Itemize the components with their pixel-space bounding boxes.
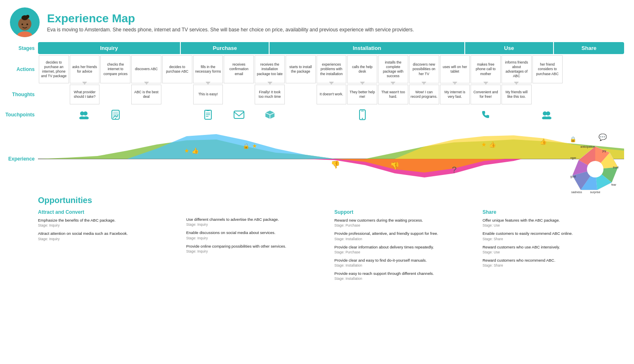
- action-7: receives the installation package too la…: [255, 55, 285, 83]
- tht-0-empty: [39, 85, 69, 104]
- opportunities-content: Opportunities Attract and Convert Emphas…: [38, 196, 624, 284]
- opp-grid: Attract and Convert Emphasize the benefi…: [38, 209, 624, 284]
- opp-text-sh2: Enable customers to easily recommend ABC…: [483, 231, 624, 236]
- action-0: decides to purchase an internet, phone a…: [39, 55, 69, 83]
- svg-text:disgust: disgust: [570, 175, 576, 178]
- tp-15-empty: [502, 106, 532, 124]
- stages-header: Stages Inquiry Purchase Installation Use…: [10, 42, 624, 54]
- thoughts-row: Thoughts What provider should I take? AB…: [10, 85, 624, 104]
- svg-text:sadness: sadness: [571, 191, 582, 194]
- opp-entry-sh4: Reward customers who recommend ABC. Stag…: [483, 258, 624, 267]
- svg-text:👎: 👎: [331, 160, 340, 169]
- opp-stage-s4: Stage: Installation: [334, 263, 476, 267]
- thought-15: My friends will like this too.: [502, 85, 532, 104]
- opp-spacer: [10, 196, 38, 284]
- action-9: experiences problems with the installati…: [317, 55, 347, 83]
- svg-point-25: [546, 111, 550, 116]
- thought-1: What provider should I take?: [70, 85, 100, 104]
- tp-9-empty: [317, 106, 347, 124]
- thought-14: Convenient and for free!: [471, 85, 501, 104]
- opp-text-s5: Provide easy to reach support through di…: [334, 271, 476, 276]
- svg-point-5: [26, 24, 28, 25]
- svg-rect-18: [234, 111, 244, 118]
- svg-point-2: [26, 15, 29, 18]
- tp-friends-icon: [70, 106, 100, 124]
- thought-3: ABC is the best deal: [131, 85, 161, 104]
- svg-text:surprise: surprise: [590, 191, 601, 194]
- opp-text-1: Emphasize the benefits of the ABC packag…: [38, 217, 180, 223]
- opp-text-s2: Provide professional, attentive, and fri…: [334, 231, 476, 236]
- svg-text:joy: joy: [602, 149, 606, 153]
- opp-text-sh4: Reward customers who recommend ABC.: [483, 258, 624, 263]
- opportunities-title: Opportunities: [38, 196, 624, 205]
- header: Experience Map Eva is moving to Amsterda…: [10, 7, 624, 37]
- opp-entry-5: Provide online comparing possibilities w…: [186, 243, 328, 253]
- thought-5: This is easy!: [193, 85, 223, 104]
- opp-stage-sh1: Stage: Use: [483, 223, 624, 227]
- tp-3-empty: [131, 106, 161, 124]
- svg-text:💬: 💬: [599, 133, 607, 142]
- opp-entry-sh1: Offer unique features with the ABC packa…: [483, 217, 624, 227]
- tp-4-empty: [162, 106, 192, 124]
- tp-17-empty: [563, 106, 594, 124]
- opportunities-section: Opportunities Attract and Convert Emphas…: [10, 196, 624, 284]
- opp-share-title: Share: [483, 209, 624, 215]
- tp-friends2-icon: [532, 106, 563, 124]
- opp-text-sh1: Offer unique features with the ABC packa…: [483, 217, 624, 223]
- tp-12-empty: [409, 106, 439, 124]
- tp-18-empty: [594, 106, 624, 124]
- header-text: Experience Map Eva is moving to Amsterda…: [47, 12, 414, 33]
- actions-label: Actions: [10, 55, 38, 83]
- svg-point-3: [17, 31, 32, 37]
- tp-8-empty: [286, 106, 316, 124]
- action-4: decides to purchase ABC: [162, 55, 192, 83]
- svg-text:trust: trust: [613, 166, 619, 169]
- thought-13: My internet is very fast.: [440, 85, 470, 104]
- thought-12: Wow! I can record programs.: [409, 85, 439, 104]
- tht-4-empty: [162, 85, 192, 104]
- opp-entry-sh2: Enable customers to easily recommend ABC…: [483, 231, 624, 241]
- tp-email-icon: [224, 106, 254, 124]
- action-14: makes free phone call to mother: [471, 55, 501, 83]
- opp-attract-convert-1: Attract and Convert Emphasize the benefi…: [38, 209, 180, 284]
- svg-text:🔒: 🔒: [570, 136, 577, 143]
- experience-label: Experience: [10, 124, 38, 194]
- svg-point-22: [362, 118, 363, 119]
- action-10: calls the help desk: [347, 55, 377, 83]
- tp-tablet-icon: [100, 106, 130, 124]
- stage-purchase: Purchase: [180, 42, 269, 54]
- tht-2-empty: [100, 85, 130, 104]
- avatar: [10, 7, 40, 37]
- opp-entry-1: Emphasize the benefits of the ABC packag…: [38, 217, 180, 227]
- action-16: her friend considers to purchase ABC: [532, 55, 563, 83]
- opp-stage-s1: Stage: Purchase: [334, 223, 476, 227]
- svg-text:★: ★: [481, 141, 487, 148]
- opp-stage-sh4: Stage: Share: [483, 263, 624, 267]
- action-12: discovers new possibilities on her TV: [409, 55, 439, 83]
- action-15: informs friends about advantages of ABC: [502, 55, 532, 83]
- opp-stage-sh3: Stage: Use: [483, 250, 624, 254]
- opp-stage-s3: Stage: Purchase: [334, 250, 476, 254]
- tp-0-empty: [39, 106, 69, 124]
- action-13: uses wifi on her tablet: [440, 55, 470, 83]
- svg-text:★: ★: [252, 143, 257, 149]
- opp-spacer-title: [186, 209, 328, 217]
- tht-16-empty: [532, 85, 563, 104]
- opp-share: Share Offer unique features with the ABC…: [483, 209, 624, 284]
- opp-entry-s4: Provide clear and easy to find do-it-you…: [334, 258, 476, 267]
- opp-text-s1: Reward new customers during the waiting …: [334, 217, 476, 223]
- opp-support: Support Reward new customers during the …: [334, 209, 476, 284]
- opp-entry-s5: Provide easy to reach support through di…: [334, 271, 476, 281]
- opp-text-3: Use different channels to advertise the …: [186, 217, 328, 222]
- svg-point-12: [115, 118, 116, 119]
- svg-point-42: [587, 161, 603, 177]
- opp-support-title: Support: [334, 209, 476, 215]
- action-5: fills in the necessary forms: [193, 55, 223, 83]
- thought-11: That wasn't too hard.: [378, 85, 408, 104]
- page-subtitle: Eva is moving to Amsterdam. She needs ph…: [47, 27, 414, 33]
- action-3: discovers ABC: [131, 55, 161, 83]
- stage-inquiry: Inquiry: [38, 42, 180, 54]
- action-6: receives confirmation email: [224, 55, 254, 83]
- thought-7: Finally! It took too much time: [255, 85, 285, 104]
- opp-text-4: Enable discussions on social media about…: [186, 230, 328, 235]
